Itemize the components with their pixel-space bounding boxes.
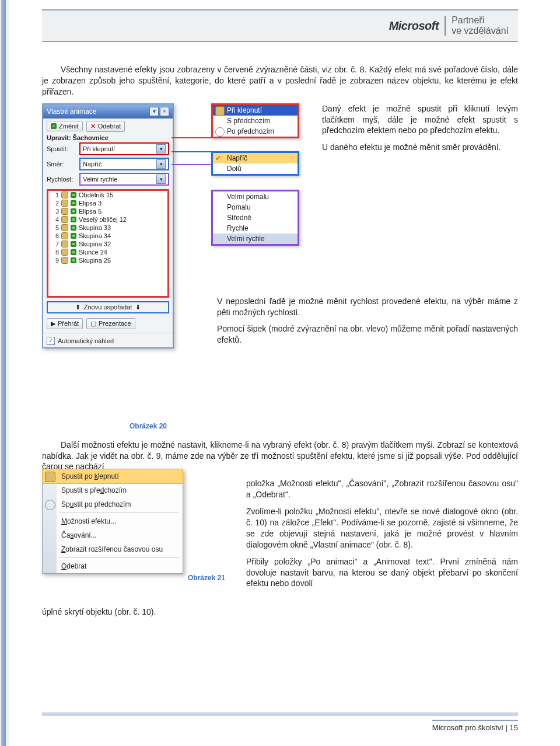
speed-select[interactable]: Velmi rychle▾ — [79, 173, 169, 186]
option-with-previous[interactable]: S předchozím — [213, 116, 298, 126]
direction-options-popout: ✔Napříč Dolů — [211, 151, 299, 176]
list-item: 3Elipsa 5 — [48, 207, 167, 215]
menu-start-after-previous[interactable]: Spustit po předchozím — [43, 497, 183, 511]
page-footer: Microsoft pro školství | 15 — [432, 720, 518, 732]
effect-icon — [71, 233, 76, 239]
paragraph-speed: V neposlední řadě je možné měnit rychlos… — [217, 296, 518, 318]
effect-icon — [71, 208, 76, 214]
x-icon: ✕ — [90, 123, 96, 130]
paragraph-context-items: položka „Možnosti efektu", „Časování", „… — [246, 478, 518, 500]
close-icon[interactable]: × — [160, 107, 169, 116]
paragraph-context-intro: Další možnosti efektu je možné nastavit,… — [42, 440, 518, 473]
option-slow[interactable]: Pomalu — [213, 202, 298, 212]
play-icon: ▶ — [51, 320, 55, 327]
effect-list[interactable]: 1Obdélník 15 2Elipsa 3 3Elipsa 5 4Veselý… — [47, 189, 169, 298]
mouse-icon — [61, 232, 68, 239]
option-very-fast[interactable]: Velmi rychle — [213, 233, 298, 244]
start-label: Spustit: — [47, 145, 77, 152]
menu-start-with-previous[interactable]: Spustit s předchozím — [43, 483, 183, 497]
paragraph-effect-options: Zvolíme-li položku „Možnosti efektu", ot… — [246, 506, 518, 550]
figure-21-caption: Obrázek 21 — [188, 574, 225, 582]
microsoft-logo-text: Microsoft — [389, 19, 439, 33]
play-button[interactable]: ▶Přehrát — [47, 318, 83, 329]
connector-blue — [172, 151, 211, 152]
mouse-icon — [61, 240, 68, 247]
mouse-icon — [61, 249, 68, 256]
page-left-accent — [0, 0, 9, 746]
brand-tagline-1: Partneři — [452, 15, 509, 26]
option-across[interactable]: ✔Napříč — [213, 153, 298, 163]
clock-icon — [45, 500, 55, 510]
context-menu: Spustit po klepnutí Spustit s předchozím… — [42, 469, 183, 574]
chevron-down-icon: ▾ — [156, 144, 166, 154]
option-down[interactable]: Dolů — [213, 163, 298, 174]
speed-options-popout: Velmi pomalu Pomalu Středně Rychle Velmi… — [211, 190, 299, 246]
effect-icon — [71, 241, 76, 247]
figure-20-caption: Obrázek 20 — [130, 422, 167, 430]
speed-label: Rychlost: — [47, 176, 77, 183]
paragraph-intro: Všechny nastavené efekty jsou zobrazeny … — [42, 64, 518, 97]
screen-icon: ▢ — [90, 320, 96, 327]
menu-timing[interactable]: Časování... — [43, 528, 183, 542]
menu-effect-options[interactable]: Možnosti efektu... — [43, 514, 183, 528]
list-item: 7Skupina 32 — [48, 240, 167, 248]
effect-icon — [71, 249, 76, 255]
effect-icon — [71, 217, 76, 222]
list-item: 4Veselý obličej 12 — [48, 215, 167, 224]
direction-label: Směr: — [47, 161, 77, 168]
slideshow-button[interactable]: ▢Prezentace — [86, 318, 135, 329]
panel-title-text: Vlastní animace — [47, 107, 96, 116]
start-select[interactable]: Při klepnutí▾ — [79, 142, 169, 155]
mouse-icon — [61, 216, 68, 223]
clock-icon — [215, 127, 225, 137]
mouse-icon — [61, 257, 68, 264]
option-on-click[interactable]: Při klepnutí — [213, 105, 298, 116]
list-item: 6Skupina 34 — [48, 232, 167, 240]
mouse-icon — [61, 200, 68, 207]
mouse-icon — [215, 106, 225, 116]
mouse-icon — [61, 191, 68, 198]
chevron-down-icon: ▾ — [156, 159, 166, 169]
brand-divider — [444, 16, 446, 36]
star-icon — [51, 123, 57, 129]
autopreview-checkbox[interactable]: ✓ Automatický náhled — [43, 334, 173, 347]
reorder-up-icon[interactable]: ⬆ — [75, 304, 80, 311]
paragraph-start: Daný efekt je možné spustit při kliknutí… — [322, 103, 518, 137]
mouse-icon — [61, 208, 68, 215]
list-item: 5Skupina 33 — [48, 224, 167, 232]
menu-start-on-click[interactable]: Spustit po klepnutí — [42, 469, 183, 484]
direction-select[interactable]: Napříč▾ — [79, 158, 169, 170]
menu-remove[interactable]: Odebrat — [43, 559, 183, 573]
mouse-icon — [45, 472, 55, 482]
paragraph-reorder: Pomocí šipek (modré zvýraznění na obr. v… — [217, 323, 518, 346]
menu-show-timeline[interactable]: Zobrazit rozšířenou časovou osu — [43, 542, 183, 556]
remove-button[interactable]: ✕Odebrat — [86, 121, 125, 132]
footer-accent — [42, 712, 518, 716]
option-fast[interactable]: Rychle — [213, 223, 298, 233]
reorder-down-icon[interactable]: ⬇ — [135, 304, 141, 311]
dropdown-icon[interactable]: ▾ — [149, 107, 159, 116]
start-options-popout: Při klepnutí S předchozím Po předchozím — [211, 103, 299, 138]
list-item: 1Obdélník 15 — [48, 191, 167, 199]
effect-icon — [71, 225, 76, 231]
option-medium[interactable]: Středně — [213, 212, 298, 223]
checkbox-icon: ✓ — [47, 337, 55, 345]
mouse-icon — [61, 224, 68, 231]
paragraph-after-animation: Přibily položky „Po animaci" a „Animovat… — [246, 556, 518, 590]
custom-animation-panel: Vlastní animace ▾ × Změnit ✕Odebrat Upra… — [42, 103, 174, 348]
option-very-slow[interactable]: Velmi pomalu — [213, 191, 298, 202]
effect-icon — [71, 192, 76, 198]
reorder-label: Znovu uspořádat — [84, 304, 132, 311]
paragraph-direction: U daného efektu je možné měnit směr prov… — [322, 142, 518, 153]
check-icon: ✔ — [215, 154, 223, 162]
page-header: Microsoft Partneři ve vzdělávání — [42, 9, 518, 42]
brand-tagline-2: ve vzdělávání — [452, 26, 509, 36]
list-item: 9Skupina 26 — [48, 256, 167, 264]
option-after-previous[interactable]: Po předchozím — [213, 126, 298, 137]
list-item: 8Slunce 24 — [48, 248, 167, 256]
edit-label: Upravit: Šachovnice — [43, 134, 173, 141]
effect-icon — [71, 257, 76, 263]
paragraph-tail: úplné skrytí objektu (obr. č. 10). — [42, 606, 518, 618]
change-button[interactable]: Změnit — [47, 121, 83, 131]
effect-icon — [71, 200, 76, 206]
